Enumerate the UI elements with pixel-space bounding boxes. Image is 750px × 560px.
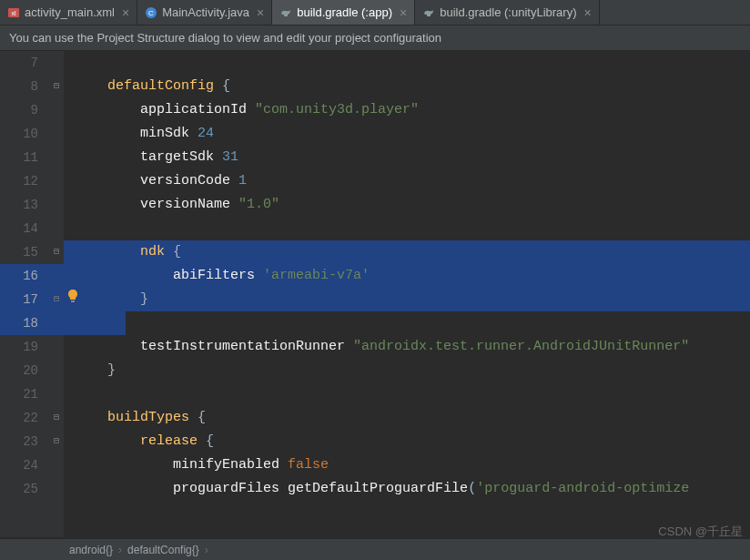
xml-file-icon: xl bbox=[7, 6, 20, 19]
code-line: applicationId "com.unity3d.player" bbox=[64, 98, 750, 122]
tab-build-gradle-app[interactable]: build.gradle (:app) × bbox=[272, 0, 415, 25]
line-number: 18 bbox=[0, 311, 64, 335]
close-icon[interactable]: × bbox=[400, 5, 407, 20]
code-line: release { bbox=[64, 430, 750, 453]
line-number: 23⊟ bbox=[0, 430, 64, 453]
line-number: 17⊟ bbox=[0, 288, 64, 311]
line-number: 22⊟ bbox=[0, 406, 64, 430]
line-number: 12 bbox=[0, 169, 64, 193]
code-line: versionName "1.0" bbox=[64, 193, 750, 217]
line-number: 20 bbox=[0, 359, 64, 382]
code-line: } bbox=[64, 288, 750, 311]
tab-label: activity_main.xml bbox=[25, 5, 115, 19]
line-number: 11 bbox=[0, 146, 64, 169]
editor-tabs: xl activity_main.xml × C MainActivity.ja… bbox=[0, 0, 750, 25]
svg-rect-4 bbox=[71, 300, 75, 302]
fold-icon[interactable]: ⊟ bbox=[51, 436, 62, 447]
close-icon[interactable]: × bbox=[583, 5, 591, 20]
gradle-file-icon bbox=[279, 6, 292, 19]
line-number: 13 bbox=[0, 193, 64, 217]
code-editor[interactable]: 7 8⊟ 9 10 11 12 13 14 15⊟ 16 17⊟ 18 19 2… bbox=[0, 51, 750, 537]
line-number: 10 bbox=[0, 122, 64, 146]
project-structure-hint[interactable]: You can use the Project Structure dialog… bbox=[0, 25, 750, 51]
code-line: versionCode 1 bbox=[64, 169, 750, 193]
tab-label: MainActivity.java bbox=[162, 5, 249, 19]
code-line: minSdk 24 bbox=[64, 122, 750, 146]
fold-icon[interactable]: ⊟ bbox=[51, 294, 62, 305]
intention-bulb-icon[interactable] bbox=[66, 288, 80, 311]
code-content[interactable]: defaultConfig { applicationId "com.unity… bbox=[64, 51, 750, 537]
line-number: 16 bbox=[0, 264, 64, 288]
tab-activity-main[interactable]: xl activity_main.xml × bbox=[0, 0, 137, 25]
code-line: proguardFiles getDefaultProguardFile('pr… bbox=[64, 477, 750, 501]
code-line bbox=[64, 217, 750, 240]
line-number: 15⊟ bbox=[0, 240, 64, 264]
code-line: minifyEnabled false bbox=[64, 453, 750, 477]
code-line bbox=[64, 382, 750, 406]
watermark: CSDN @千丘星 bbox=[658, 524, 743, 540]
line-number: 25 bbox=[0, 477, 64, 501]
breadcrumb-bar: android{} › defaultConfig{} › bbox=[0, 538, 750, 560]
gradle-file-icon bbox=[422, 6, 435, 19]
code-line: defaultConfig { bbox=[64, 75, 750, 98]
code-line: buildTypes { bbox=[64, 406, 750, 430]
code-line bbox=[64, 51, 750, 75]
code-line: abiFilters 'armeabi-v7a' bbox=[64, 264, 750, 288]
svg-text:xl: xl bbox=[11, 10, 16, 16]
breadcrumb-item[interactable]: android{} bbox=[64, 544, 118, 556]
svg-text:C: C bbox=[148, 9, 154, 17]
fold-icon[interactable]: ⊟ bbox=[51, 247, 62, 258]
fold-icon[interactable]: ⊟ bbox=[51, 412, 62, 423]
tab-main-activity[interactable]: C MainActivity.java × bbox=[137, 0, 272, 25]
code-line: testInstrumentationRunner "androidx.test… bbox=[64, 335, 750, 359]
tab-build-gradle-unity[interactable]: build.gradle (:unityLibrary) × bbox=[415, 0, 599, 25]
line-number: 14 bbox=[0, 217, 64, 240]
line-number: 8⊟ bbox=[0, 75, 64, 98]
java-file-icon: C bbox=[145, 6, 157, 19]
line-number: 19 bbox=[0, 335, 64, 359]
line-number: 9 bbox=[0, 98, 64, 122]
code-line bbox=[64, 311, 750, 335]
code-line: targetSdk 31 bbox=[64, 146, 750, 169]
breadcrumb-item[interactable]: defaultConfig{} bbox=[122, 544, 205, 556]
line-number: 21 bbox=[0, 382, 64, 406]
tab-label: build.gradle (:app) bbox=[297, 5, 392, 19]
fold-icon[interactable]: ⊟ bbox=[51, 81, 62, 92]
tab-label: build.gradle (:unityLibrary) bbox=[440, 5, 576, 19]
code-line: } bbox=[64, 359, 750, 382]
close-icon[interactable]: × bbox=[122, 5, 129, 20]
line-number: 24 bbox=[0, 453, 64, 477]
line-gutter: 7 8⊟ 9 10 11 12 13 14 15⊟ 16 17⊟ 18 19 2… bbox=[0, 51, 64, 537]
close-icon[interactable]: × bbox=[257, 5, 264, 20]
chevron-right-icon: › bbox=[205, 544, 208, 556]
code-line: ndk { bbox=[64, 240, 750, 264]
line-number: 7 bbox=[0, 51, 64, 75]
